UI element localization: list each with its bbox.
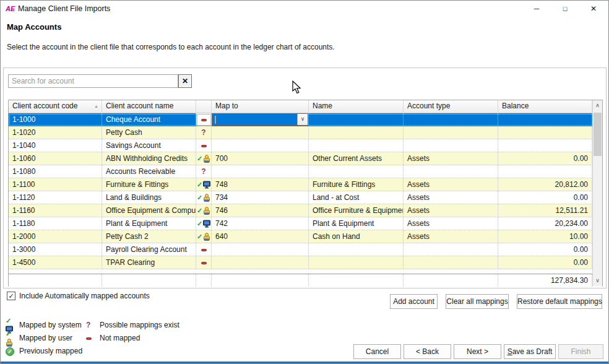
column-header-account-type[interactable]: Account type xyxy=(404,100,498,113)
client-account-name-cell: Accounts Receivable xyxy=(102,165,196,178)
restore-default-mappings-button[interactable]: Restore default mappings xyxy=(517,294,602,309)
person-icon xyxy=(203,207,210,215)
add-account-button[interactable]: Add account xyxy=(390,294,438,309)
not-mapped-icon xyxy=(201,115,207,124)
account-type-cell: Assets xyxy=(404,178,498,191)
person-icon xyxy=(203,155,210,163)
scroll-down-icon[interactable]: ∨ xyxy=(593,275,602,286)
account-mapping-table: Client account code▲Client account nameM… xyxy=(8,100,603,287)
status-icon-cell: ✓ xyxy=(196,230,212,243)
map-to-cell: 742 xyxy=(212,217,309,230)
balance-cell: 20,234.00 xyxy=(498,217,592,230)
column-header-client-account-name[interactable]: Client account name xyxy=(102,100,196,113)
map-to-cell xyxy=(212,256,309,269)
table-row[interactable]: 1-1180Plant & Equipment✓742Plant & Equip… xyxy=(9,217,602,230)
legend-column-2: ?Possible mappings existNot mapped xyxy=(86,320,179,343)
possible-mapping-icon: ? xyxy=(201,167,205,176)
possible-mapping-icon: ? xyxy=(86,321,90,329)
table-row[interactable]: 1-1020Petty Cash? xyxy=(9,126,602,139)
maximize-icon[interactable]: □ xyxy=(554,1,576,17)
question-icon: ? xyxy=(201,128,205,137)
mapped-by-user-icon: ✓ xyxy=(197,232,210,241)
table-row[interactable]: 1-1160Office Equipment & Compu...✓746Off… xyxy=(9,204,602,217)
ledger-name-cell xyxy=(309,113,404,126)
check-icon: ✓ xyxy=(197,181,202,188)
total-row-cell xyxy=(404,274,498,287)
client-account-name-cell: Furniture & Fittings xyxy=(102,178,196,191)
table-filler xyxy=(9,269,602,274)
close-icon[interactable]: ✕ xyxy=(582,1,605,17)
client-account-name-cell: Petty Cash 2 xyxy=(102,230,196,243)
table-row[interactable]: 1-1100Furniture & Fittings✓748Furniture … xyxy=(9,178,602,191)
ledger-name-cell: Plant & Equipment xyxy=(309,217,404,230)
minimize-icon[interactable]: ─ xyxy=(525,1,548,17)
mapped-by-user-icon: ✓ xyxy=(197,193,210,202)
clear-all-mappings-button[interactable]: Clear all mappings xyxy=(446,294,509,309)
map-to-combobox[interactable]: ∨ xyxy=(212,113,309,126)
cancel-button[interactable]: Cancel xyxy=(353,344,401,359)
status-icon-cell xyxy=(196,139,212,152)
account-type-cell: Assets xyxy=(404,217,498,230)
next-button[interactable]: Next > xyxy=(454,344,501,359)
check-icon: ✓ xyxy=(197,233,202,240)
total-row-cell xyxy=(9,274,102,287)
table-row[interactable]: 1-1060ABN Withholding Credits✓700Other C… xyxy=(9,152,602,165)
table-row[interactable]: 1-4500TPAR Clearing0.00 xyxy=(9,256,602,269)
client-account-code-cell: 1-1180 xyxy=(9,217,102,230)
table-row[interactable]: 1-1040Savings Account xyxy=(9,139,602,152)
balance-cell: 12,511.21 xyxy=(498,204,592,217)
client-account-code-cell: 1-1000 xyxy=(9,113,102,126)
dash-icon xyxy=(201,119,207,121)
status-icon-cell: ✓ xyxy=(196,204,212,217)
map-to-cell xyxy=(212,139,309,152)
map-to-combo-field[interactable]: ∨ xyxy=(212,113,308,126)
client-account-code-cell: 1-1040 xyxy=(9,139,102,152)
dash-icon xyxy=(86,337,92,340)
table-row[interactable]: 1-1080Accounts Receivable? xyxy=(9,165,602,178)
map-to-cell xyxy=(212,126,309,139)
previously-mapped-icon: ✓ xyxy=(6,347,14,355)
save-as-draft-button[interactable]: Save as Draft xyxy=(504,344,556,359)
account-type-cell: Assets xyxy=(404,230,498,243)
scrollbar-thumb[interactable] xyxy=(594,113,602,156)
status-icon-cell: ✓ xyxy=(196,152,212,165)
search-input[interactable] xyxy=(8,74,178,88)
text-caret xyxy=(215,116,216,124)
column-header-client-account-code[interactable]: Client account code▲ xyxy=(9,100,102,113)
page-description: Select the account in the client file th… xyxy=(7,43,335,51)
status-icon-cell: ? xyxy=(196,126,212,139)
table-row[interactable]: 1-3000Payroll Clearing Account0.00 xyxy=(9,243,602,256)
table-row[interactable]: 1-1120Land & Buildings✓734Land - at Cost… xyxy=(9,191,602,204)
search-clear-icon[interactable]: ✕ xyxy=(178,74,192,88)
map-to-cell xyxy=(212,165,309,178)
map-to-cell: 746 xyxy=(212,204,309,217)
question-icon: ? xyxy=(86,321,90,329)
table-row[interactable]: 1-2000Petty Cash 2✓640Cash on HandAssets… xyxy=(9,230,602,243)
total-row-cell xyxy=(196,274,212,287)
person-icon xyxy=(203,233,210,241)
map-to-cell xyxy=(212,243,309,256)
ledger-name-cell: Furniture & Fittings xyxy=(309,178,404,191)
status-icon-cell xyxy=(196,256,212,269)
mapped-by-system-icon: ✓ xyxy=(197,219,210,228)
include-auto-mapped-option[interactable]: ✓ Include Automatically mapped accounts xyxy=(7,292,150,300)
balance-cell: 0.00 xyxy=(498,152,592,165)
map-to-cell: 748 xyxy=(212,178,309,191)
column-header-name[interactable]: Name xyxy=(309,100,404,113)
column-header-balance[interactable]: Balance xyxy=(498,100,592,113)
chevron-down-icon[interactable]: ∨ xyxy=(297,114,308,125)
vertical-scrollbar[interactable]: ∧ ∨ xyxy=(592,100,602,286)
table-row[interactable]: 1-1000Cheque Account∨ xyxy=(9,113,602,126)
back-button[interactable]: < Back xyxy=(404,344,451,359)
column-header-status-icon[interactable] xyxy=(196,100,212,113)
ledger-name-cell: Office Furniture & Equipment xyxy=(309,204,404,217)
legend-item: ?Possible mappings exist xyxy=(86,320,179,330)
account-type-cell xyxy=(404,139,498,152)
legend-label: Mapped by user xyxy=(19,334,72,342)
not-mapped-icon xyxy=(86,334,92,342)
column-header-map-to[interactable]: Map to xyxy=(212,100,309,113)
scroll-up-icon[interactable]: ∧ xyxy=(593,100,602,111)
include-auto-mapped-checkbox[interactable]: ✓ xyxy=(7,292,15,300)
account-type-cell xyxy=(404,165,498,178)
column-header-label: Client account name xyxy=(106,102,173,110)
